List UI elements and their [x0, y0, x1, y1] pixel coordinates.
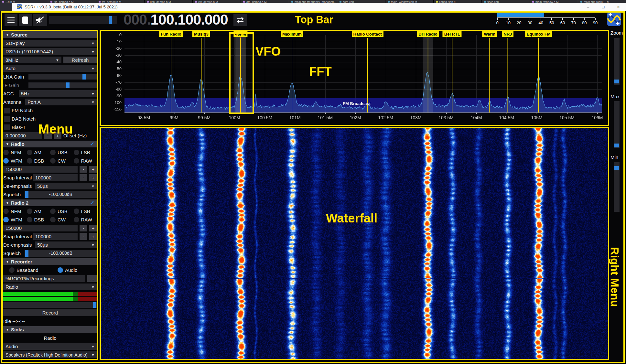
- minimize-button[interactable]: –: [580, 3, 596, 11]
- slider-handle[interactable]: [82, 74, 86, 80]
- source-section-header[interactable]: ▼Source: [3, 31, 97, 38]
- snap-minus-button[interactable]: -: [80, 174, 87, 181]
- mode2-am[interactable]: AM: [27, 208, 50, 215]
- mode2-raw[interactable]: RAW: [74, 216, 97, 223]
- editor-tab[interactable]: main_window.cpp M: [385, 0, 434, 3]
- bookmark-label[interactable]: Musiq3: [192, 31, 210, 37]
- editor-tab[interactable]: style.cpp: [482, 0, 530, 3]
- bookmark-label[interactable]: Bel RTL: [443, 31, 462, 37]
- slider-handle[interactable]: [614, 80, 619, 83]
- sinks-section-header[interactable]: ▼Sinks: [3, 326, 97, 333]
- if-mode-select[interactable]: Auto▼: [3, 65, 97, 72]
- radio-dot[interactable]: [9, 267, 15, 273]
- waterfall-canvas[interactable]: [100, 127, 609, 360]
- editor-tab[interactable]: config.json ×: [434, 0, 482, 3]
- radio-dot[interactable]: [3, 150, 9, 155]
- agc-select[interactable]: 5Hz▼: [19, 90, 97, 97]
- radio-dot[interactable]: [27, 150, 32, 155]
- radio-dot[interactable]: [27, 158, 32, 164]
- bookmark-label[interactable]: Warm: [482, 31, 497, 37]
- radio-bandwidth-input[interactable]: 150000: [3, 166, 78, 173]
- recorder-stream-select[interactable]: Radio▼: [3, 284, 97, 290]
- radio-dot[interactable]: [50, 150, 56, 155]
- mode-lsb[interactable]: LSB: [74, 149, 97, 156]
- frequency-display[interactable]: 000.100.100.000: [124, 11, 228, 28]
- slider-handle[interactable]: [93, 302, 96, 308]
- mode-nfm[interactable]: NFM: [3, 149, 27, 156]
- radio-dot[interactable]: [74, 209, 79, 214]
- bookmark-label[interactable]: Radio Contact: [352, 31, 383, 37]
- antenna-select[interactable]: Port A▼: [25, 99, 97, 105]
- mode2-cw[interactable]: CW: [50, 216, 74, 223]
- radio-dot-selected[interactable]: [3, 217, 9, 222]
- browse-button[interactable]: ...: [87, 275, 97, 282]
- bandwidth-plus-button[interactable]: +: [89, 166, 97, 173]
- slider-handle[interactable]: [66, 82, 70, 88]
- radio-dot[interactable]: [3, 209, 9, 214]
- editor-tab[interactable]: main_window.h M: [530, 0, 578, 3]
- fft-display[interactable]: FM Broadcast Fun RadioMusiq348FMMaximumR…: [100, 30, 609, 126]
- bandwidth-plus-button[interactable]: +: [89, 225, 97, 231]
- editor-tab[interactable]: ...d.h M: [0, 0, 48, 3]
- offset-minus-button[interactable]: -: [44, 132, 52, 139]
- enabled-check-icon[interactable]: ✓: [90, 200, 94, 206]
- slider-handle[interactable]: [614, 144, 619, 147]
- deemphasis2-select[interactable]: 50µs▼: [35, 241, 97, 248]
- bias-t-checkbox[interactable]: [4, 124, 10, 130]
- radio2-section-header[interactable]: ▼Radio 2✓: [3, 199, 97, 206]
- recorder-mode-audio[interactable]: Audio: [58, 267, 77, 273]
- source-driver-select[interactable]: SDRplay▼: [3, 40, 97, 47]
- dab-notch-checkbox[interactable]: [4, 116, 10, 122]
- recording-path-input[interactable]: %ROOT%/Recordings: [3, 275, 85, 282]
- editor-tab[interactable]: core.cpp: [337, 0, 385, 3]
- radio-dot[interactable]: [50, 209, 56, 214]
- mode-dsb[interactable]: DSB: [27, 157, 50, 164]
- mute-button[interactable]: [33, 14, 47, 26]
- snap-interval2-input[interactable]: 100000: [33, 233, 78, 240]
- menu-toggle-button[interactable]: [5, 14, 17, 26]
- mode2-dsb[interactable]: DSB: [27, 216, 50, 223]
- bandwidth-select[interactable]: 8MHz▼: [3, 57, 61, 63]
- radio-dot-selected[interactable]: [3, 158, 9, 164]
- bookmark-label[interactable]: DH Radio: [417, 31, 439, 37]
- radio-dot[interactable]: [50, 217, 56, 222]
- close-button[interactable]: ×: [611, 3, 626, 11]
- sink-type-select[interactable]: Audio▼: [3, 343, 97, 350]
- squelch2-slider[interactable]: -100.000dB: [25, 250, 97, 257]
- recorder-mode-baseband[interactable]: Baseband: [9, 267, 58, 273]
- editor-tab[interactable]: usb_demod.h M: [145, 0, 193, 3]
- bookmark-label[interactable]: Maximum: [281, 31, 303, 37]
- mode-raw[interactable]: RAW: [74, 157, 97, 164]
- mode2-usb[interactable]: USB: [50, 208, 74, 215]
- lna-gain-slider[interactable]: [28, 74, 97, 80]
- mode2-nfm[interactable]: NFM: [3, 208, 27, 215]
- mode2-lsb[interactable]: LSB: [74, 208, 97, 215]
- snap-plus-button[interactable]: +: [89, 174, 97, 181]
- frequency-dim-digits[interactable]: 000.: [124, 11, 151, 28]
- slider-handle[interactable]: [614, 166, 619, 170]
- radio-dot[interactable]: [74, 150, 79, 155]
- fm-notch-checkbox[interactable]: [4, 108, 10, 113]
- offset-plus-button[interactable]: +: [54, 132, 61, 139]
- bookmark-label[interactable]: Fun Radio: [159, 31, 183, 37]
- volume-slider[interactable]: [49, 16, 117, 24]
- mode2-wfm[interactable]: WFM: [3, 216, 27, 223]
- snap-plus-button[interactable]: +: [89, 233, 97, 240]
- recorder-volume-slider[interactable]: [3, 302, 97, 308]
- record-button[interactable]: Record: [3, 309, 97, 316]
- radio-dot-selected[interactable]: [58, 267, 63, 273]
- radio-dot[interactable]: [27, 217, 32, 222]
- bandwidth-minus-button[interactable]: -: [80, 166, 87, 173]
- waterfall-display[interactable]: [100, 127, 609, 360]
- editor-tab[interactable]: cw_demod.h M: [193, 0, 241, 3]
- editor-tab[interactable]: fm_demod.h M: [96, 0, 145, 3]
- frequency-bright-digits[interactable]: 100.100.000: [151, 11, 228, 28]
- display-scale[interactable]: 0102030405060708090: [497, 13, 595, 26]
- bookmark-label[interactable]: NRJ: [502, 31, 513, 37]
- if-gain-slider[interactable]: [28, 82, 97, 88]
- maximize-button[interactable]: □: [596, 3, 611, 11]
- mode-usb[interactable]: USB: [50, 149, 74, 156]
- editor-tab[interactable]: isb_demod.h M: [48, 0, 96, 3]
- tuning-mode-button[interactable]: [233, 14, 247, 26]
- deemphasis-select[interactable]: 50µs▼: [35, 183, 97, 189]
